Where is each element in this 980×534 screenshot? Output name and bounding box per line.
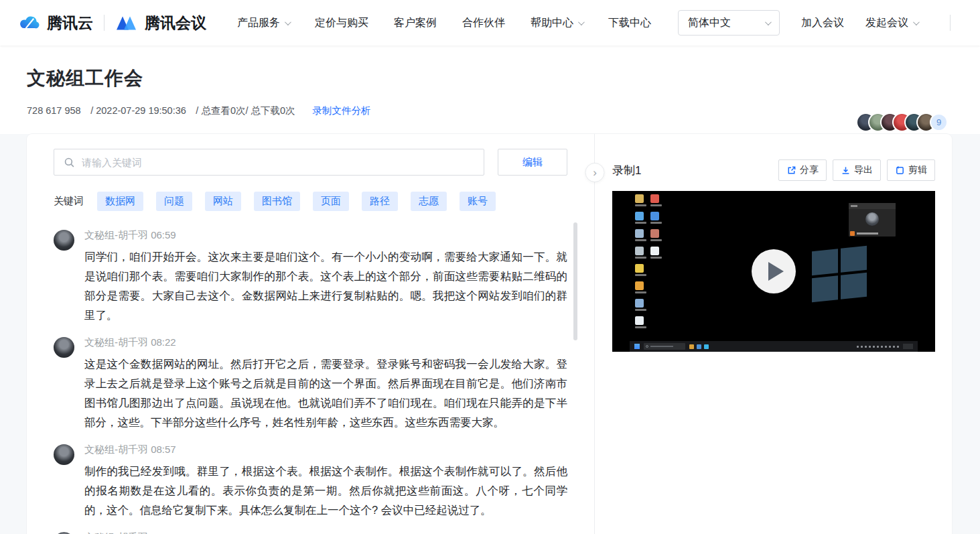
- desktop-icon: [635, 194, 646, 206]
- language-select-value: 简体中文: [688, 16, 731, 30]
- play-icon: [768, 262, 784, 281]
- participant-video-overlay: [849, 203, 896, 237]
- speaker-name-time: 文秘组-胡千羽 06:59: [84, 228, 567, 242]
- brand-meeting-label: 腾讯会议: [145, 13, 206, 34]
- windows-taskbar: [630, 341, 918, 352]
- chevron-down-icon: [578, 19, 585, 25]
- divider: [104, 15, 104, 31]
- recording-actions: 分享 导出 剪辑: [778, 159, 935, 181]
- transcript-message: 文秘组-胡千羽 06:59同学们，咱们开始开会。这次来主要是咱们这个。有一个小小…: [54, 228, 567, 325]
- download-icon: [841, 165, 851, 176]
- recording-analysis-link[interactable]: 录制文件分析: [313, 105, 371, 117]
- main-area: 编辑 关键词 数据网问题网站图书馆页面路径志愿账号 文秘组-胡千羽 06:59同…: [0, 134, 980, 534]
- recording-title: 录制1: [612, 163, 641, 178]
- transcript-message: 文秘组-胡千羽 08:22这是这个金数据网站的网址。然后打开它之后，需要登录。登…: [54, 336, 567, 432]
- participant-count-badge: 9: [930, 113, 948, 131]
- navbar-item[interactable]: 产品服务: [237, 16, 289, 30]
- speaker-avatar: [54, 230, 74, 251]
- page-title: 文秘组工作会: [27, 66, 952, 91]
- keyword-tag[interactable]: 数据网: [97, 192, 143, 211]
- transcript-messages: 文秘组-胡千羽 06:59同学们，咱们开始开会。这次来主要是咱们这个。有一个小小…: [54, 228, 567, 534]
- share-icon: [786, 165, 796, 176]
- navbar-item[interactable]: 下载中心: [608, 16, 651, 30]
- speaker-avatar: [54, 337, 74, 358]
- scrollbar-thumb[interactable]: [573, 222, 577, 340]
- speaker-name-time: 文秘组-胡千羽 08:57: [84, 443, 567, 456]
- navbar-item[interactable]: 客户案例: [394, 16, 437, 30]
- desktop-icon: [635, 316, 646, 328]
- participant-avatar: [865, 212, 879, 226]
- transcript-message: 文秘组-胡千羽 09:33复制第二三期呢么表第二期就把第二期的复制下来。然后这是…: [54, 531, 567, 534]
- keyword-search-box: [54, 149, 484, 176]
- windows-start-icon: [634, 344, 640, 349]
- meeting-meta-text: 728 617 958 / 2022-07-29 19:50:36 / 总查看0…: [27, 105, 295, 117]
- clip-icon: [895, 165, 905, 176]
- navbar-item[interactable]: 合作伙伴: [462, 16, 505, 30]
- message-text: 同学们，咱们开始开会。这次来主要是咱们这个。有一个小小的变动啊，需要给大家通知一…: [84, 247, 567, 325]
- desktop-icon: [635, 247, 646, 259]
- desktop-icon: [635, 212, 646, 224]
- desktop-icon: [650, 212, 662, 224]
- brand-cloud-label: 腾讯云: [47, 13, 93, 34]
- collapse-panel-button[interactable]: ›: [585, 163, 605, 182]
- desktop-icon: [650, 194, 662, 206]
- join-meeting-link[interactable]: 加入会议: [801, 16, 844, 30]
- navbar-menu: 产品服务定价与购买客户案例合作伙伴帮助中心下载中心: [237, 16, 651, 30]
- meeting-logo-icon: [115, 15, 139, 31]
- page-header: 文秘组工作会 728 617 958 / 2022-07-29 19:50:36…: [0, 46, 980, 134]
- tencent-cloud-logo[interactable]: 腾讯云: [17, 13, 93, 34]
- video-player-thumbnail[interactable]: [612, 191, 935, 352]
- keyword-tag[interactable]: 问题: [156, 192, 192, 211]
- cloud-logo-icon: [17, 14, 42, 31]
- navbar-right: 简体中文 加入会议 发起会议 用户中心: [651, 10, 980, 36]
- navbar-item[interactable]: 帮助中心: [531, 16, 583, 30]
- search-input[interactable]: [82, 157, 474, 168]
- mic-status-icon: [850, 231, 855, 236]
- transcript-panel: 编辑 关键词 数据网问题网站图书馆页面路径志愿账号 文秘组-胡千羽 06:59同…: [27, 134, 595, 534]
- keywords-label: 关键词: [54, 195, 84, 208]
- desktop-icon: [650, 247, 662, 259]
- edit-button[interactable]: 编辑: [498, 149, 567, 176]
- windows-logo: [812, 246, 867, 303]
- content-card: 编辑 关键词 数据网问题网站图书馆页面路径志愿账号 文秘组-胡千羽 06:59同…: [27, 134, 952, 534]
- desktop-icon: [635, 281, 646, 293]
- keyword-tag[interactable]: 路径: [362, 192, 398, 211]
- participant-avatar-stack[interactable]: 9: [856, 113, 948, 132]
- top-navbar: 腾讯云 腾讯会议 产品服务定价与购买客户案例合作伙伴帮助中心下载中心 简体中文 …: [0, 0, 980, 46]
- chevron-right-icon: ›: [593, 166, 597, 180]
- divider: [950, 15, 951, 31]
- taskbar-search: [644, 343, 685, 350]
- message-text: 制作的我已经发到哦。群里了，根据这个表。根据这个表制作。根据这个表制作就可以了。…: [84, 462, 567, 520]
- search-icon: [64, 157, 75, 168]
- desktop-icon: [635, 264, 646, 276]
- clip-recording-button[interactable]: 剪辑: [887, 159, 935, 181]
- desktop-icon: [635, 229, 646, 241]
- navbar-item[interactable]: 定价与购买: [315, 16, 368, 30]
- share-recording-button[interactable]: 分享: [778, 159, 827, 181]
- play-button[interactable]: [752, 249, 796, 293]
- keyword-tag[interactable]: 图书馆: [254, 192, 300, 211]
- tencent-meeting-logo[interactable]: 腾讯会议: [115, 13, 206, 34]
- keywords-row: 关键词 数据网问题网站图书馆页面路径志愿账号: [54, 192, 567, 211]
- speaker-name-time: 文秘组-胡千羽 09:33: [84, 531, 567, 534]
- keyword-tag[interactable]: 账号: [460, 192, 496, 211]
- recording-panel: 录制1 分享 导出: [595, 134, 953, 534]
- desktop-icon: [650, 229, 662, 241]
- chevron-down-icon: [285, 19, 291, 25]
- meeting-meta: 728 617 958 / 2022-07-29 19:50:36 / 总查看0…: [27, 105, 952, 117]
- speaker-avatar: [54, 444, 74, 465]
- chevron-down-icon: [765, 19, 772, 25]
- start-meeting-link[interactable]: 发起会议: [865, 16, 918, 30]
- desktop-icon: [635, 299, 646, 311]
- keyword-tag[interactable]: 页面: [313, 192, 349, 211]
- chevron-down-icon: [913, 19, 920, 25]
- keyword-tag[interactable]: 网站: [205, 192, 241, 211]
- export-recording-button[interactable]: 导出: [833, 159, 881, 181]
- transcript-message: 文秘组-胡千羽 08:57制作的我已经发到哦。群里了，根据这个表。根据这个表制作…: [54, 443, 567, 520]
- language-select[interactable]: 简体中文: [678, 10, 780, 36]
- keyword-tag[interactable]: 志愿: [411, 192, 447, 211]
- message-text: 这是这个金数据网站的网址。然后打开它之后，需要登录。登录账号和密码我一会儿发给大…: [84, 354, 567, 432]
- speaker-name-time: 文秘组-胡千羽 08:22: [84, 336, 567, 349]
